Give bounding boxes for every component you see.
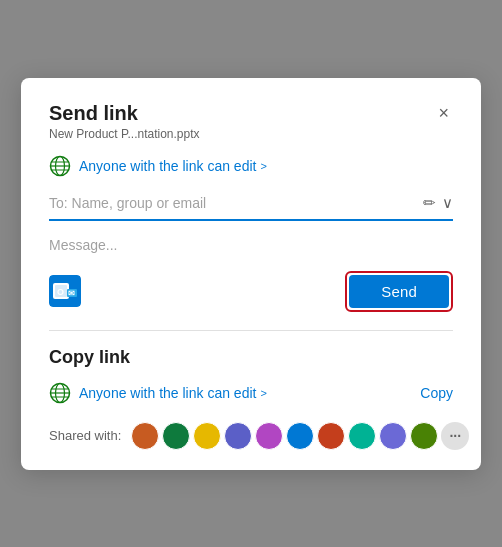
avatar [193,422,221,450]
close-button[interactable]: × [434,102,453,124]
message-area[interactable]: Message... [49,231,453,271]
copy-button[interactable]: Copy [420,385,453,401]
copy-permission-text: Anyone with the link can edit > [79,385,267,401]
copy-link-title: Copy link [49,347,453,368]
permission-row-send[interactable]: Anyone with the link can edit > [49,155,453,177]
to-input[interactable] [49,191,417,215]
send-permission-chevron: > [260,160,266,172]
avatar [224,422,252,450]
globe-icon [49,155,71,177]
avatar [131,422,159,450]
to-input-row: ✏ ∨ [49,191,453,221]
svg-text:O: O [57,287,64,297]
avatar [348,422,376,450]
shared-with-row: Shared with: ··· [49,422,453,450]
avatar [162,422,190,450]
file-name: New Product P...ntation.pptx [49,127,453,141]
send-button-wrapper: Send [345,271,453,312]
avatar [410,422,438,450]
avatar [255,422,283,450]
copy-permission-chevron: > [260,387,266,399]
outlook-icon: O ✉ [49,275,81,307]
pencil-icon[interactable]: ✏ [423,194,436,212]
send-button[interactable]: Send [349,275,449,308]
send-link-dialog: Send link × New Product P...ntation.pptx… [21,78,481,470]
copy-row: Anyone with the link can edit > Copy [49,382,453,404]
dialog-header: Send link × [49,102,453,125]
avatar [317,422,345,450]
shared-with-label: Shared with: [49,428,121,443]
section-divider [49,330,453,331]
avatar [286,422,314,450]
copy-left: Anyone with the link can edit > [49,382,267,404]
svg-text:✉: ✉ [68,289,75,298]
copy-globe-icon [49,382,71,404]
send-row: O ✉ Send [49,271,453,312]
avatar-group: ··· [131,422,469,450]
dialog-title: Send link [49,102,138,125]
avatar [379,422,407,450]
more-avatars-button[interactable]: ··· [441,422,469,450]
send-permission-text: Anyone with the link can edit > [79,158,267,174]
chevron-down-icon[interactable]: ∨ [442,194,453,212]
